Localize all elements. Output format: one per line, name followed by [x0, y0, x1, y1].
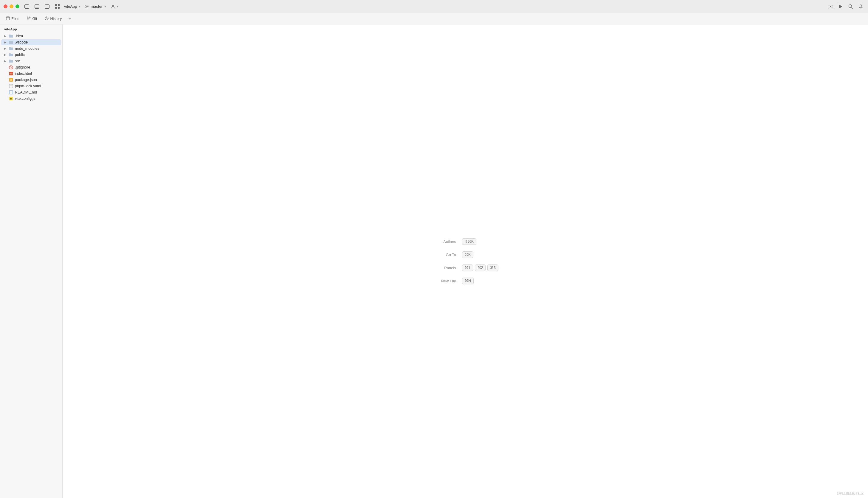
sidebar-item-vscode[interactable]: ▶ .vscode: [1, 39, 61, 45]
svg-text:JS: JS: [10, 98, 12, 100]
titlebar: viteApp ▼ master ▼ ▼: [0, 0, 868, 13]
sidebar-item-node-modules[interactable]: ▶ node_modules: [1, 45, 61, 52]
folder-icon: [9, 59, 13, 63]
tabbar: Files Git History +: [0, 13, 868, 24]
branch-selector[interactable]: master ▼: [85, 4, 107, 9]
notification-icon[interactable]: [858, 3, 864, 10]
watermark: @码土圈全技术社区: [837, 492, 864, 496]
tab-files-label: Files: [11, 17, 19, 21]
folder-icon: [9, 40, 13, 44]
close-button[interactable]: [3, 4, 8, 8]
folder-icon: [9, 53, 13, 56]
grid-icon[interactable]: [53, 3, 61, 10]
right-panel-toggle-icon[interactable]: [43, 3, 51, 10]
shortcut-row-actions: Actions ⇧⌘K: [432, 238, 498, 245]
sidebar-item-index-html-label: index.html: [15, 71, 57, 76]
shortcut-row-new-file: New File ⌘N: [432, 278, 498, 284]
play-icon[interactable]: [838, 3, 844, 10]
sidebar-item-index-html[interactable]: ▶ </> index.html: [1, 70, 61, 77]
svg-text:</>: </>: [10, 73, 13, 75]
maximize-button[interactable]: [15, 4, 20, 8]
svg-rect-7: [58, 4, 60, 6]
chevron-right-icon: ▶: [4, 53, 7, 56]
account-selector[interactable]: ▼: [111, 4, 119, 9]
json-file-icon: {}: [9, 78, 13, 82]
actions-keys: ⇧⌘K: [462, 238, 476, 245]
tab-history[interactable]: History: [41, 15, 65, 23]
sidebar-item-idea-label: .idea: [15, 34, 57, 38]
goto-keys: ⌘K: [462, 251, 473, 258]
sidebar-item-src-label: src: [15, 59, 57, 63]
sidebar-item-node-modules-label: node_modules: [15, 47, 57, 51]
sidebar-item-gitignore-label: .gitignore: [15, 65, 57, 69]
search-icon[interactable]: [848, 3, 854, 10]
sidebar-item-vite-config-label: vite.config.js: [15, 96, 57, 101]
main-layout: viteApp ▶ .idea ▶ .vscode ▶: [0, 24, 868, 498]
md-file-icon: ↓: [9, 90, 13, 94]
actions-label: Actions: [432, 239, 456, 244]
panels-label: Panels: [432, 266, 456, 270]
tab-git[interactable]: Git: [23, 15, 40, 23]
svg-rect-0: [25, 4, 29, 8]
svg-rect-18: [6, 17, 10, 20]
file-tree: ▶ .idea ▶ .vscode ▶ node_modu: [0, 33, 62, 498]
svg-point-21: [29, 17, 31, 18]
svg-rect-4: [45, 4, 50, 8]
sidebar-item-src[interactable]: ▶ src: [1, 58, 61, 64]
titlebar-center: viteApp ▼ master ▼ ▼: [64, 4, 119, 9]
history-tab-icon: [45, 16, 49, 21]
sidebar-item-package-json-label: package.json: [15, 78, 57, 82]
svg-rect-6: [55, 4, 57, 6]
sidebar-item-public-label: public: [15, 53, 57, 57]
broadcast-icon[interactable]: [828, 3, 833, 10]
content-area: Actions ⇧⌘K Go To ⌘K Panels ⌘1 ⌘2 ⌘3: [63, 24, 868, 498]
goto-key-1: ⌘K: [462, 251, 473, 258]
sidebar-item-idea[interactable]: ▶ .idea: [1, 33, 61, 39]
bottom-panel-toggle-icon[interactable]: [33, 3, 41, 10]
tab-history-label: History: [50, 17, 62, 21]
sidebar-item-public[interactable]: ▶ public: [1, 52, 61, 58]
svg-marker-15: [839, 4, 842, 9]
sidebar-item-gitignore[interactable]: ▶ .gitignore: [1, 64, 61, 70]
sidebar-item-package-json[interactable]: ▶ {} package.json: [1, 77, 61, 83]
panels-key-1: ⌘1: [462, 264, 473, 271]
tab-add-icon: +: [68, 16, 71, 22]
sidebar-project-title: viteApp: [0, 24, 62, 33]
svg-text:{}: {}: [10, 79, 12, 81]
tab-git-label: Git: [32, 17, 37, 21]
sidebar-item-readme-label: README.md: [15, 90, 57, 94]
sidebar-item-pnpm-lock[interactable]: ▶ pnpm-lock.yaml: [1, 83, 61, 89]
branch-name: master: [91, 4, 103, 9]
chevron-right-icon: ▶: [4, 41, 7, 44]
svg-point-13: [112, 5, 114, 6]
svg-point-14: [830, 6, 831, 7]
minimize-button[interactable]: [10, 4, 13, 8]
gitignore-file-icon: [9, 65, 13, 69]
sidebar-toggle-icon[interactable]: [23, 3, 31, 10]
app-name-selector[interactable]: viteApp ▼: [64, 4, 81, 9]
sidebar-item-readme[interactable]: ▶ ↓ README.md: [1, 89, 61, 95]
svg-rect-8: [55, 7, 57, 9]
svg-line-17: [852, 7, 853, 9]
new-file-key-1: ⌘N: [462, 278, 474, 284]
svg-point-22: [27, 19, 29, 20]
titlebar-panel-icons: [23, 3, 61, 10]
tab-add-button[interactable]: +: [66, 15, 74, 23]
yaml-file-icon: [9, 84, 13, 88]
sidebar-item-vscode-label: .vscode: [15, 40, 57, 44]
svg-point-16: [849, 4, 852, 8]
app-name-label: viteApp: [64, 4, 77, 9]
panels-keys: ⌘1 ⌘2 ⌘3: [462, 264, 498, 271]
actions-key-1: ⇧⌘K: [462, 238, 476, 245]
tab-files[interactable]: Files: [2, 15, 23, 23]
new-file-keys: ⌘N: [462, 278, 474, 284]
chevron-right-icon: ▶: [4, 35, 7, 38]
html-file-icon: </>: [9, 71, 13, 76]
chevron-right-icon: ▶: [4, 60, 7, 63]
traffic-lights: [3, 4, 20, 8]
svg-point-20: [27, 17, 29, 18]
git-tab-icon: [27, 16, 31, 21]
app-name-chevron: ▼: [78, 5, 81, 8]
sidebar: viteApp ▶ .idea ▶ .vscode ▶: [0, 24, 63, 498]
sidebar-item-vite-config[interactable]: ▶ JS vite.config.js: [1, 96, 61, 102]
